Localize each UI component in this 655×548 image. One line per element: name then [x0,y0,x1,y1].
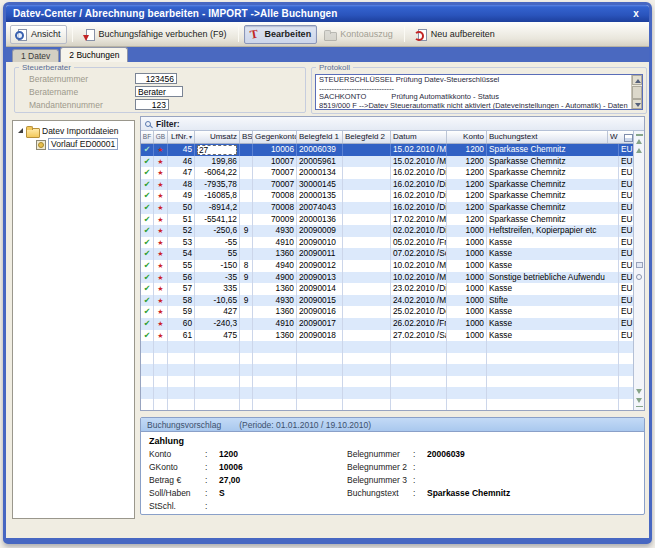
page-up-icon[interactable] [636,148,642,153]
column-header-umsatz[interactable]: Umsatz [195,131,240,143]
cell-w: EU [619,283,633,295]
protokoll-scrollbar[interactable] [631,75,642,109]
cell-w: EU [619,190,633,202]
scroll-up-icon[interactable] [636,139,642,144]
detail-colon: : [205,487,219,500]
booked-star-icon [157,237,163,247]
cell-w: EU [619,248,633,260]
table-row[interactable]: 46199,86100072000596115.02.2010 /Mo1200S… [141,156,644,168]
tab-2-buchungen[interactable]: 2 Buchungen [60,47,128,62]
toolbar-separator [72,26,73,42]
cell-belegfeld2 [343,283,391,295]
table-row[interactable]: 545513602009001107.02.2010 /So1000KasseE… [141,248,644,260]
table-row[interactable]: 47-6064,22700072000013416.02.2010 /Di120… [141,167,644,179]
posted-check-icon [144,283,151,293]
column-header-belegfeld-2[interactable]: Belegfeld 2 [343,131,391,143]
column-header-lfnr[interactable]: LfNr. [168,131,195,143]
table-row[interactable]: 58-10,65949302009001524.02.2010 /Mi1000S… [141,295,644,307]
tree-item-importdateien[interactable]: Datev Importdateien [13,124,134,137]
field-label: Mandantennummer [29,100,135,110]
column-header-w[interactable]: W [608,131,622,143]
beratername-field[interactable] [135,86,183,97]
scroll-down-icon[interactable] [636,398,642,403]
toolbar-button-neu-aufbereiten[interactable]: Neu aufbereiten [410,25,501,44]
cell-buchungstext [487,387,619,399]
tab-1-datev[interactable]: 1 Datev [12,49,59,62]
table-row[interactable]: 51-5541,12700092000013617.02.2010 /Mi120… [141,214,644,226]
column-header-gegenkonto[interactable]: Gegenkonto [253,131,297,143]
column-header-bf[interactable]: BF [141,131,154,143]
detail-colon: : [205,448,219,461]
cell-buchungstext: Sparkasse Chemnitz [487,144,619,156]
cell-konto: 1000 [447,306,487,318]
cell-w: EU [619,214,633,226]
cell-umsatz: -10,65 [195,295,240,307]
cell-belegfeld1: 20005961 [297,156,343,168]
grid-options-icon[interactable] [622,131,633,143]
tree-expander-icon[interactable] [18,128,23,133]
table-row[interactable]: 49-16085,8700082000013516.02.2010 /Di120… [141,190,644,202]
table-row[interactable]: 52-250,6949302009000902.02.2010 /Di1000H… [141,225,644,237]
cell-bs [240,318,253,330]
toolbar-button-buchungsf-hige-verbuchen-f9[interactable]: Buchungsfähige verbuchen (F9) [78,25,233,44]
cell-konto: 1000 [447,295,487,307]
scroll-to-top-icon[interactable] [636,134,643,136]
table-row[interactable]: 5733513602009001423.02.2010 /Di1000Kasse… [141,283,644,295]
table-row[interactable]: 55-150849402009001210.02.2010 /Mi1000Kas… [141,260,644,272]
cell-gb [154,214,168,226]
column-header-datum[interactable]: Datum [391,131,447,143]
column-options-icon[interactable] [636,262,643,268]
detail-colon: : [413,461,427,474]
cell-bf [141,364,154,376]
cell-bf [141,237,154,249]
filter-row[interactable]: Filter: [141,117,644,131]
table-row[interactable]: 56-35949002009001310.02.2010 /Mi1000Sons… [141,272,644,284]
cell-belegfeld2 [343,376,391,388]
table-row[interactable]: 50-8914,2700082007404316.02.2010 /Di1200… [141,202,644,214]
column-header-buchungstext[interactable]: Buchungstext [487,131,608,143]
close-button[interactable]: x [630,8,642,19]
booked-star-icon [157,295,163,305]
scrollbar-thumb[interactable] [632,86,642,99]
cell-belegfeld1: 20090012 [297,260,343,272]
scroll-to-bottom-icon[interactable] [636,406,643,408]
toolbar-button-ansicht[interactable]: Ansicht [10,25,67,44]
column-header-belegfeld-1[interactable]: Belegfeld 1 [297,131,343,143]
cell-belegfeld2 [343,225,391,237]
toolbar-button-bearbeiten[interactable]: Bearbeiten [244,25,318,44]
column-header-konto[interactable]: Konto [447,131,487,143]
detail-colon: : [413,487,427,500]
column-header-bs[interactable]: BS [240,131,253,143]
posted-check-icon [144,214,151,224]
cell-w: EU [619,167,633,179]
mandantennummer-field[interactable] [135,99,169,110]
cell-gegenkonto [253,387,297,399]
tree-item-vorlauf[interactable]: Vorlauf ED00001 [13,137,134,150]
table-row[interactable]: 48-7935,78700073000014516.02.2010 /Di120… [141,179,644,191]
table-row[interactable]: 60-240,349102009001726.02.2010 /Fr1000Ka… [141,318,644,330]
table-row[interactable]: 6147513602009001827.02.2010 /Sa1000Kasse… [141,330,644,342]
booked-star-icon [157,202,163,212]
table-row[interactable]: 5942713602009001625.02.2010 /Do1000Kasse… [141,306,644,318]
cell-umsatz: -16085,8 [195,190,240,202]
cell-bf [141,144,154,156]
column-header-gb[interactable]: GB [154,131,168,143]
cell-konto: 1000 [447,283,487,295]
inline-edit-input[interactable]: 27 [197,145,237,155]
scroll-down-arrow-icon[interactable] [632,99,642,109]
posted-check-icon [144,190,151,200]
search-icon[interactable] [636,274,642,280]
scroll-up-arrow-icon[interactable] [632,75,642,85]
cell-belegfeld2 [343,295,391,307]
cell-lfnr: 52 [168,225,195,237]
table-row[interactable]: 4527100062000603915.02.2010 /Mo1200Spark… [141,144,644,156]
beraternummer-field[interactable] [135,73,177,84]
posted-check-icon [144,225,151,235]
cell-belegfeld2 [343,156,391,168]
detail-value [427,474,636,487]
field-label: Beratername [29,87,135,97]
page-down-icon[interactable] [636,389,642,394]
cell-datum: 27.02.2010 /Sa [391,330,447,342]
cell-bs [240,214,253,226]
table-row[interactable]: 53-5549102009001005.02.2010 /Fr1000Kasse… [141,237,644,249]
